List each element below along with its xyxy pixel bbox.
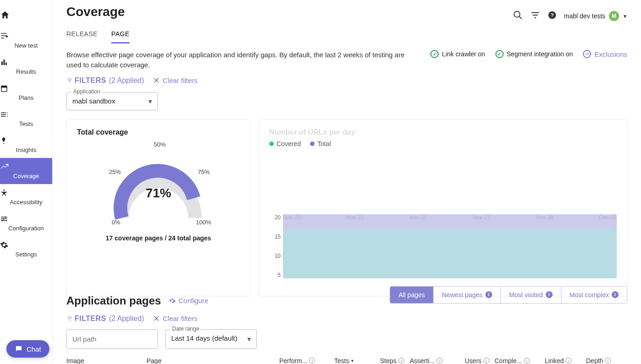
close-icon: ✕ [153, 314, 160, 324]
chevron-down-icon: ▾ [351, 358, 353, 363]
url-path-input[interactable] [66, 329, 158, 349]
chevron-down-icon: ▾ [247, 335, 251, 343]
sidebar-item-settings[interactable]: Settings [0, 236, 52, 262]
svg-text:?: ? [550, 12, 554, 18]
clear-filters-button[interactable]: ✕ Clear filters [153, 76, 197, 86]
coverage-icon [0, 163, 52, 171]
sidebar-item-configuration[interactable]: Configuration [0, 210, 52, 236]
svg-point-1 [5, 217, 6, 218]
legend-dot-icon [269, 141, 274, 146]
application-select[interactable]: Application mabl sandbox ▾ [66, 92, 158, 110]
tab-page[interactable]: PAGE [111, 27, 130, 43]
sidebar-item-insights[interactable]: Insights [0, 132, 52, 158]
sidebar-item-home[interactable] [0, 5, 52, 27]
pages-table-header: Image Page Perform...i Tests▾ Stepsi Ass… [66, 357, 627, 364]
exclusions-link[interactable]: − Exclusions [583, 50, 627, 58]
info-icon: i [398, 358, 404, 364]
close-icon: ✕ [153, 76, 160, 86]
check-circle-icon [495, 50, 504, 58]
info-icon: i [483, 358, 489, 364]
col-complexity[interactable]: Comple...i [494, 357, 545, 364]
info-icon: i [605, 358, 611, 364]
filters-button-2[interactable]: FILTERS [66, 315, 106, 323]
select-value: mabl sandbox [72, 97, 115, 105]
sidebar-item-coverage[interactable]: Coverage [0, 158, 52, 184]
segment-all-pages[interactable]: All pages [390, 287, 433, 303]
sidebar-item-results[interactable]: Results [0, 54, 52, 80]
page-description: Browse effective page coverage of your a… [66, 50, 414, 70]
svg-point-0 [4, 190, 5, 191]
col-page[interactable]: Page [147, 357, 279, 364]
coverage-toggles: Link crawler on Segment integration on −… [430, 50, 627, 58]
results-icon [0, 58, 52, 66]
sidebar-label: Coverage [13, 173, 39, 179]
page-title: Coverage [66, 5, 125, 19]
sidebar-label: Plans [19, 94, 34, 101]
info-icon: i [612, 291, 619, 298]
sidebar-item-plans[interactable]: Plans [0, 80, 52, 106]
segment-newest-pages[interactable]: Newest pagesi [433, 287, 500, 303]
info-icon: i [436, 358, 442, 364]
urls-per-day-card: Number of URLs per day Covered Total 20 … [259, 120, 627, 296]
chat-button[interactable]: Chat [6, 340, 49, 358]
application-pages-heading: Application pages Configure [66, 294, 208, 307]
col-depth[interactable]: Depthi [586, 357, 620, 364]
sidebar-item-tests[interactable]: Tests [0, 106, 52, 132]
segment-most-visited[interactable]: Most visitedi [500, 287, 561, 303]
workspace-switcher[interactable]: mabl dev tests M ▼ [564, 11, 627, 21]
col-linked[interactable]: Linkedi [545, 357, 586, 364]
configure-button[interactable]: Configure [168, 297, 208, 304]
help-icon[interactable]: ? [548, 11, 557, 22]
card-title: Total coverage [77, 128, 240, 136]
clear-filters-button-2[interactable]: ✕ Clear filters [153, 314, 197, 324]
svg-point-3 [2, 220, 3, 221]
configuration-icon [0, 215, 52, 223]
settings-icon [0, 241, 52, 249]
sidebar-item-new-test[interactable]: New test [0, 27, 52, 54]
info-icon: i [485, 291, 492, 298]
avatar: M [609, 11, 619, 21]
coverage-gauge: 50% 25% 75% 0% 100% 71% [85, 140, 232, 232]
svg-point-2 [3, 218, 4, 220]
sidebar-label: Accessibility [10, 199, 43, 206]
col-image[interactable]: Image [66, 357, 147, 364]
filter-icon[interactable] [530, 10, 540, 22]
select-label: Application [71, 88, 102, 95]
filters-count: (2 Applied) [109, 76, 144, 85]
chart-legend: Covered Total [269, 140, 617, 147]
header-actions: ? mabl dev tests M ▼ [513, 10, 627, 22]
info-icon: i [565, 358, 571, 364]
main-content: Coverage ? mabl dev tests M ▼ RELEASE PA… [53, 0, 641, 364]
tests-icon [0, 110, 52, 119]
urls-area-chart: 20 15 10 5 Nov-20 Nov-22 Nov-25 Nov-27 N… [283, 214, 617, 288]
chevron-down-icon: ▼ [623, 14, 627, 19]
accessibility-icon [0, 189, 52, 197]
segment-most-complex[interactable]: Most complexi [561, 287, 627, 303]
col-steps[interactable]: Stepsi [380, 357, 410, 364]
col-performance[interactable]: Perform...i [279, 357, 334, 364]
col-assertions[interactable]: Asserti...i [410, 357, 465, 364]
sidebar-label: Settings [16, 251, 37, 258]
total-coverage-card: Total coverage 50% 25% 75% 0% 100% 71% 1… [66, 120, 250, 296]
date-range-select[interactable]: Date range Last 14 days (default) ▾ [165, 329, 257, 349]
plans-icon [0, 84, 52, 92]
legend-covered: Covered [269, 140, 301, 147]
sidebar-label: Results [16, 68, 36, 75]
page-filter-segments: All pages Newest pagesi Most visitedi Mo… [390, 286, 627, 304]
check-circle-icon [430, 50, 439, 58]
filters-button[interactable]: FILTERS [66, 76, 106, 85]
sidebar: New test Results Plans Tests Insights Co… [0, 0, 53, 364]
sidebar-item-accessibility[interactable]: Accessibility [0, 184, 52, 210]
workspace-name: mabl dev tests [564, 12, 605, 20]
segment-integration-toggle[interactable]: Segment integration on [495, 50, 573, 58]
col-users[interactable]: Usersi [465, 357, 494, 364]
sidebar-label: Configuration [8, 225, 43, 232]
link-crawler-toggle[interactable]: Link crawler on [430, 50, 485, 58]
search-icon[interactable] [513, 10, 523, 22]
info-icon: i [309, 358, 315, 364]
col-tests[interactable]: Tests▾ [334, 357, 380, 364]
tab-release[interactable]: RELEASE [66, 27, 98, 43]
legend-dot-icon [310, 141, 315, 146]
new-test-icon [0, 31, 52, 40]
tabs: RELEASE PAGE [66, 27, 627, 43]
